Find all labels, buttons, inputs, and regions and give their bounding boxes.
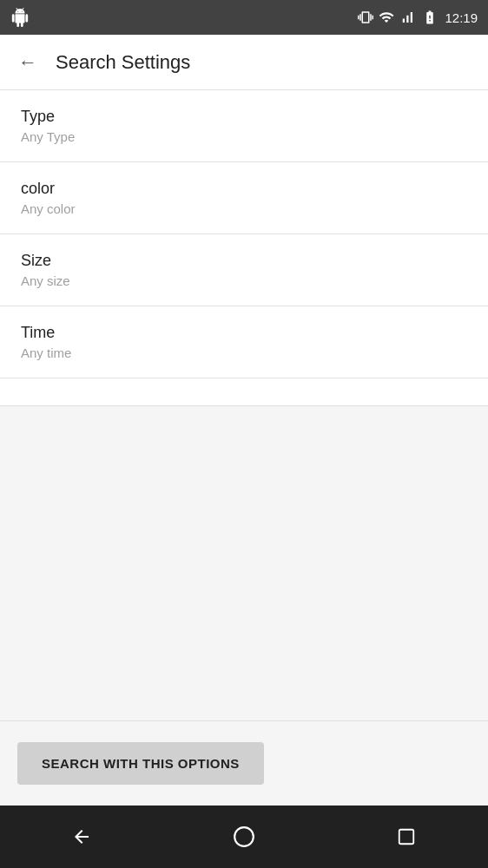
svg-point-0 <box>234 827 254 846</box>
nav-recent-icon <box>397 827 416 846</box>
type-label: Type <box>21 108 467 126</box>
status-bar-left <box>10 8 30 27</box>
search-button-area: SEARCH WITH THIS OPTIONS <box>0 720 488 806</box>
nav-back-icon <box>71 826 92 847</box>
back-button[interactable]: ← <box>14 49 42 76</box>
nav-back-button[interactable] <box>60 815 103 858</box>
back-arrow-icon: ← <box>18 51 37 74</box>
navigation-bar <box>0 806 488 868</box>
page-title: Search Settings <box>56 51 190 74</box>
battery-icon <box>420 10 439 25</box>
nav-home-icon <box>233 825 255 848</box>
size-setting-item[interactable]: Size Any size <box>0 234 488 306</box>
android-icon <box>10 8 30 27</box>
color-setting-item[interactable]: color Any color <box>0 162 488 234</box>
size-label: Size <box>21 252 467 270</box>
nav-home-button[interactable] <box>222 815 266 858</box>
settings-list: Type Any Type color Any color Size Any s… <box>0 90 488 405</box>
search-with-options-button[interactable]: SEARCH WITH THIS OPTIONS <box>17 742 264 785</box>
svg-rect-1 <box>399 830 414 845</box>
status-time: 12:19 <box>445 10 478 25</box>
time-value: Any time <box>21 345 467 360</box>
time-label: Time <box>21 324 467 342</box>
nav-recent-button[interactable] <box>385 815 428 858</box>
wifi-icon <box>379 10 394 25</box>
type-value: Any Type <box>21 129 467 144</box>
color-label: color <box>21 180 467 198</box>
type-setting-item[interactable]: Type Any Type <box>0 90 488 162</box>
toolbar: ← Search Settings <box>0 35 488 90</box>
vibrate-icon <box>358 10 373 25</box>
status-bar-right: 12:19 <box>358 10 478 25</box>
status-bar: 12:19 <box>0 0 488 35</box>
color-value: Any color <box>21 201 467 216</box>
time-setting-item[interactable]: Time Any time <box>0 306 488 378</box>
signal-icon <box>399 10 415 25</box>
content-spacer <box>0 405 488 721</box>
size-value: Any size <box>21 273 467 288</box>
